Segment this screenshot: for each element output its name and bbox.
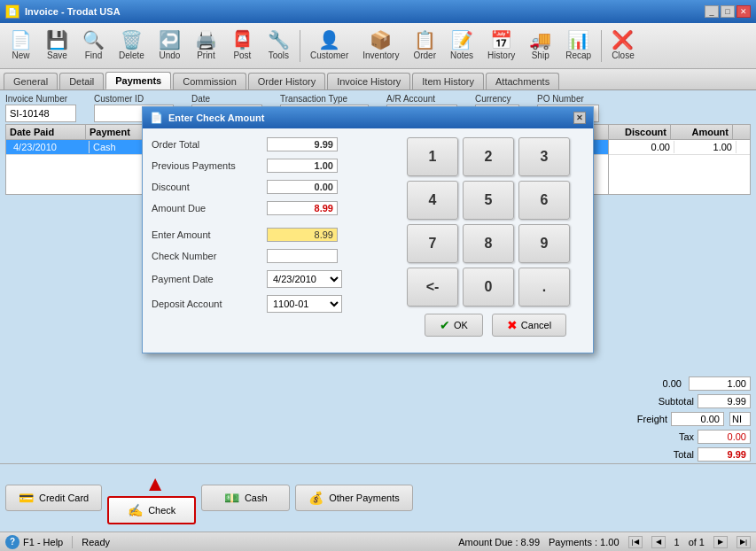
numpad-7[interactable]: 7 bbox=[407, 224, 458, 263]
cancel-button[interactable]: ✖ Cancel bbox=[492, 314, 566, 337]
notes-button[interactable]: 📝 Notes bbox=[444, 27, 479, 66]
check-number-input[interactable] bbox=[267, 249, 338, 263]
enter-amount-label: Enter Amount bbox=[152, 229, 267, 240]
invoice-number-input[interactable] bbox=[5, 105, 76, 122]
nav-next-button[interactable]: ▶ bbox=[713, 536, 728, 548]
numpad-0[interactable]: 0 bbox=[463, 268, 514, 307]
numpad-4[interactable]: 4 bbox=[407, 181, 458, 220]
previous-payments-label: Previous Payments bbox=[152, 160, 267, 171]
recap-icon: 📊 bbox=[567, 31, 589, 49]
print-icon: 🖨️ bbox=[195, 31, 217, 49]
order-button[interactable]: 📋 Order bbox=[407, 27, 442, 66]
ok-button[interactable]: ✔ OK bbox=[425, 314, 483, 337]
payment-date-select[interactable]: 4/23/2010 bbox=[267, 270, 342, 288]
discount-value: 0.00 bbox=[267, 180, 338, 194]
tools-label: Tools bbox=[269, 50, 289, 60]
delete-icon: 🗑️ bbox=[121, 31, 143, 49]
inventory-button[interactable]: 📦 Inventory bbox=[356, 27, 405, 66]
status-bar: ? F1 - Help Ready Amount Due : 8.99 Paym… bbox=[0, 532, 756, 551]
tab-invoice-history[interactable]: Invoice History bbox=[327, 73, 410, 89]
tab-general[interactable]: General bbox=[4, 73, 58, 89]
help-icon: ? bbox=[5, 535, 19, 549]
new-icon: 📄 bbox=[10, 31, 32, 49]
payment-table-right: Discount Amount 0.00 1.00 bbox=[608, 125, 750, 194]
po-number-label: PO Number bbox=[537, 94, 599, 104]
toolbar-separator bbox=[300, 30, 300, 62]
numpad-6[interactable]: 6 bbox=[518, 181, 570, 220]
order-total-row: Order Total 9.99 bbox=[152, 137, 398, 151]
credit-card-button[interactable]: 💳 Credit Card bbox=[5, 485, 102, 511]
minimize-button[interactable]: _ bbox=[705, 5, 719, 18]
tab-commission[interactable]: Commission bbox=[173, 73, 246, 89]
subtotals-section: 0.00 1.00 bbox=[623, 376, 751, 391]
other-payments-icon: 💰 bbox=[308, 491, 323, 505]
freight-value: 0.00 bbox=[671, 412, 724, 426]
close-button[interactable]: ✕ bbox=[737, 5, 751, 18]
toolbar-close-label: Close bbox=[612, 50, 635, 60]
order-label: Order bbox=[413, 50, 436, 60]
dialog-right-panel: 1 2 3 4 5 6 7 8 9 <- 0 . bbox=[407, 137, 584, 344]
new-label: New bbox=[12, 50, 29, 60]
numpad-8[interactable]: 8 bbox=[463, 224, 514, 263]
numpad-5[interactable]: 5 bbox=[463, 181, 514, 220]
subtotal-value: 9.99 bbox=[698, 394, 751, 408]
date-paid-header: Date Paid bbox=[6, 125, 86, 139]
invoice-number-field: Invoice Number bbox=[5, 94, 76, 122]
check-button[interactable]: ✍️ Check bbox=[107, 496, 196, 524]
nav-first-button[interactable]: |◀ bbox=[628, 536, 643, 548]
app-icon: 📄 bbox=[5, 4, 19, 19]
deposit-account-row: Deposit Account 1100-01 bbox=[152, 295, 398, 313]
numpad-2[interactable]: 2 bbox=[463, 137, 514, 176]
dialog-close-button[interactable]: ✕ bbox=[573, 112, 586, 124]
save-button[interactable]: 💾 Save bbox=[40, 27, 74, 66]
post-label: Post bbox=[233, 50, 251, 60]
other-payments-button[interactable]: 💰 Other Payments bbox=[295, 485, 412, 511]
amount-header: Amount bbox=[671, 125, 733, 139]
enter-amount-row: Enter Amount bbox=[152, 228, 398, 242]
toolbar-close-button[interactable]: ❌ Close bbox=[605, 27, 641, 66]
customer-button[interactable]: 👤 Customer bbox=[304, 27, 355, 66]
post-button[interactable]: 📮 Post bbox=[225, 27, 260, 66]
discount-label: Discount bbox=[152, 182, 267, 192]
numpad-decimal[interactable]: . bbox=[518, 268, 570, 307]
subtotal-subtotal-row: Subtotal 9.99 bbox=[641, 394, 751, 408]
numpad-9[interactable]: 9 bbox=[518, 224, 570, 263]
numpad-3[interactable]: 3 bbox=[518, 137, 570, 176]
recap-button[interactable]: 📊 Recap bbox=[559, 27, 597, 66]
ship-button[interactable]: 🚚 Ship bbox=[523, 27, 557, 66]
tab-order-history[interactable]: Order History bbox=[248, 73, 325, 89]
amount-cell: 1.00 bbox=[674, 141, 737, 153]
undo-button[interactable]: ↩️ Undo bbox=[152, 27, 187, 66]
restore-button[interactable]: □ bbox=[721, 5, 735, 18]
amount-due-status: Amount Due : 8.99 bbox=[458, 537, 540, 547]
check-number-row: Check Number bbox=[152, 249, 398, 263]
delete-button[interactable]: 🗑️ Delete bbox=[113, 27, 151, 66]
toolbar: 📄 New 💾 Save 🔍 Find 🗑️ Delete ↩️ Undo 🖨️… bbox=[0, 23, 756, 69]
numpad-backspace[interactable]: <- bbox=[407, 268, 458, 307]
find-button[interactable]: 🔍 Find bbox=[76, 27, 111, 66]
cash-icon: 💵 bbox=[224, 491, 239, 505]
find-label: Find bbox=[85, 50, 102, 60]
new-button[interactable]: 📄 New bbox=[4, 27, 38, 66]
tab-attachments[interactable]: Attachments bbox=[486, 73, 559, 89]
date-label: Date bbox=[191, 94, 262, 104]
nav-prev-button[interactable]: ◀ bbox=[651, 536, 666, 548]
tools-button[interactable]: 🔧 Tools bbox=[261, 27, 296, 66]
numpad-1[interactable]: 1 bbox=[407, 137, 458, 176]
history-button[interactable]: 📅 History bbox=[481, 27, 521, 66]
tab-detail[interactable]: Detail bbox=[59, 73, 104, 89]
right-table-row: 0.00 1.00 bbox=[609, 140, 750, 155]
tab-payments[interactable]: Payments bbox=[105, 72, 171, 89]
deposit-account-select[interactable]: 1100-01 bbox=[267, 295, 342, 313]
print-button[interactable]: 🖨️ Print bbox=[189, 27, 223, 66]
ready-text: Ready bbox=[82, 537, 110, 547]
other-payments-label: Other Payments bbox=[329, 493, 399, 503]
tab-item-history[interactable]: Item History bbox=[412, 73, 484, 89]
tax-label: Tax bbox=[641, 431, 694, 442]
enter-amount-input[interactable] bbox=[267, 228, 338, 242]
total-value: 9.99 bbox=[698, 447, 751, 462]
cash-label: Cash bbox=[245, 493, 268, 503]
nav-last-button[interactable]: ▶| bbox=[737, 536, 751, 548]
cash-button[interactable]: 💵 Cash bbox=[201, 485, 290, 511]
app-window: 📄 Invoice - Trodat USA _ □ ✕ 📄 New 💾 Sav… bbox=[0, 0, 756, 551]
